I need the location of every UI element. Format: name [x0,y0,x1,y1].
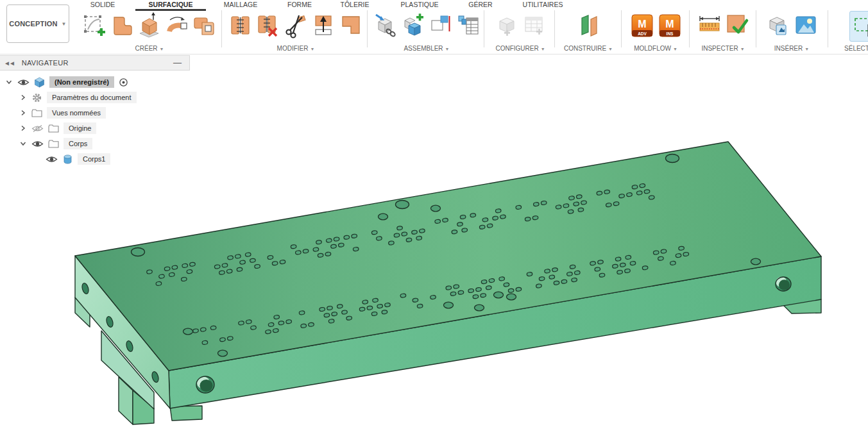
group-label-inserer[interactable]: INSÉRER▼ [758,45,825,52]
group-construire: CONSTRUIRE▼ [559,10,617,53]
extend-button[interactable] [311,11,337,40]
navigator-title: NAVIGATEUR [22,59,173,67]
tab-maillage[interactable]: MAILLAGE [217,0,264,10]
minimize-panel-icon[interactable]: — [173,60,182,66]
group-creer: CRÉER▼ [80,10,219,53]
new-component-button[interactable] [400,11,426,40]
chevron-right-icon[interactable] [19,124,27,132]
joint-origin-icon [429,12,453,39]
stitch-button[interactable] [228,11,254,40]
extrude-surface-button[interactable] [137,11,163,40]
group-moldflow: M ADV M INS MOLDFLOW▼ [625,10,686,53]
tab-utilitaires[interactable]: UTILITAIRES [517,0,568,10]
unstitch-icon [256,12,280,39]
folder-icon [31,109,42,117]
chevron-right-icon[interactable] [19,109,27,117]
validate-icon [725,12,749,39]
tree-item-origin-label[interactable]: Origine [64,122,96,134]
tree-item-bodies-label[interactable]: Corps [64,138,92,149]
group-label-selectionner[interactable]: SÉLECTIONN [833,45,868,52]
group-inserer: INSÉRER▼ [758,10,825,53]
measure-icon [697,12,722,39]
moldflow-adviser-button[interactable]: M ADV [629,11,655,40]
tree-row-origin: Origine [0,121,190,136]
construct-plane-icon [576,12,600,39]
tab-gerer[interactable]: GÉRER [464,0,497,10]
dropdown-caret-icon: ▼ [608,47,613,51]
group-label-construire[interactable]: CONSTRUIRE▼ [559,45,617,52]
group-separator [828,10,828,47]
tree-row-named-views: Vues nommées [0,105,190,121]
tree-item-named-views-label[interactable]: Vues nommées [47,107,106,119]
tab-solide[interactable]: SOLIDE [80,0,126,10]
surface-patch-icon [110,12,134,39]
create-sketch-button[interactable] [81,11,108,40]
extrude-surface-icon [137,12,162,39]
group-separator [554,10,555,47]
activate-radio-icon[interactable] [119,78,128,87]
ribbon-toolbar: CONCEPTION ▼ SOLIDE SURFACIQUE MAILLAGE … [0,0,868,54]
tab-tolerie[interactable]: TÔLERIE [335,0,375,10]
chevron-down-icon: ▼ [62,21,67,27]
chevron-down-icon[interactable] [19,140,27,147]
dropdown-caret-icon: ▼ [310,47,314,51]
group-separator [756,10,756,47]
tree-item-root-label[interactable]: (Non enregistré) [49,76,114,88]
gear-icon [31,92,42,103]
merge-button[interactable] [338,11,364,40]
group-label-creer[interactable]: CRÉER▼ [80,45,219,52]
tab-plastique[interactable]: PLASTIQUE [396,0,443,10]
group-label-inspecter[interactable]: INSPECTER▼ [693,45,753,52]
insert-derive-button[interactable] [372,11,398,40]
document-cube-icon [34,77,45,88]
dropdown-caret-icon: ▼ [673,47,677,51]
group-label-modifier[interactable]: MODIFIER▼ [226,45,366,52]
tree-item-document-settings-label[interactable]: Paramètres du document [47,92,137,103]
svg-text:M: M [638,19,646,29]
trim-button[interactable] [283,11,309,40]
tab-surfacique[interactable]: SURFACIQUE [132,0,209,10]
chevron-down-icon[interactable] [5,78,13,86]
fusion360-window: { "ribbon": { "workspace": "CONCEPTION",… [0,0,868,443]
group-label-assembler[interactable]: ASSEMBLER▼ [371,45,482,52]
dropdown-caret-icon: ▼ [804,47,809,51]
stitch-icon [228,12,253,39]
dropdown-caret-icon: ▼ [740,47,745,51]
select-tool-button[interactable] [849,11,868,42]
visibility-eye-icon[interactable] [46,155,58,163]
chevron-right-icon[interactable] [19,94,27,101]
configure-button[interactable] [493,11,520,40]
moldflow-insight-button[interactable]: M INS [656,11,683,40]
revolve-surface-icon [165,12,189,39]
model-corps1[interactable] [75,142,821,424]
group-label-moldflow[interactable]: MOLDFLOW▼ [625,45,686,52]
revolve-surface-button[interactable] [164,11,191,40]
surface-patch-button[interactable] [109,11,135,40]
unstitch-button[interactable] [255,11,282,40]
group-label-configurer[interactable]: CONFIGURER▼ [489,45,552,52]
bom-table-icon [456,12,481,39]
group-separator [484,10,484,47]
visibility-off-eye-icon[interactable] [31,124,44,133]
workspace-selector-button[interactable]: CONCEPTION ▼ [6,4,69,43]
collapse-panel-icon[interactable]: ◄◄ [4,60,14,67]
offset-surface-button[interactable] [192,11,218,40]
visibility-eye-icon[interactable] [17,78,30,87]
measure-button[interactable] [696,11,722,40]
visibility-eye-icon[interactable] [31,140,44,148]
extend-icon [311,12,336,39]
construct-plane-button[interactable] [575,11,602,40]
dropdown-caret-icon: ▼ [541,47,545,51]
configuration-table-button[interactable] [521,11,547,40]
moldflow-ins-badge: INS [666,31,674,36]
select-tool-icon [851,13,868,40]
bom-table-button[interactable] [455,11,481,40]
insert-mesh-button[interactable] [765,11,791,40]
joint-origin-button[interactable] [427,11,454,40]
insert-canvas-button[interactable] [792,11,819,40]
tab-forme[interactable]: FORME [282,0,317,10]
validate-button[interactable] [724,11,750,40]
moldflow-adviser-icon: M ADV [630,12,654,39]
tree-item-body1-label[interactable]: Corps1 [78,153,110,165]
create-sketch-icon [82,12,106,39]
